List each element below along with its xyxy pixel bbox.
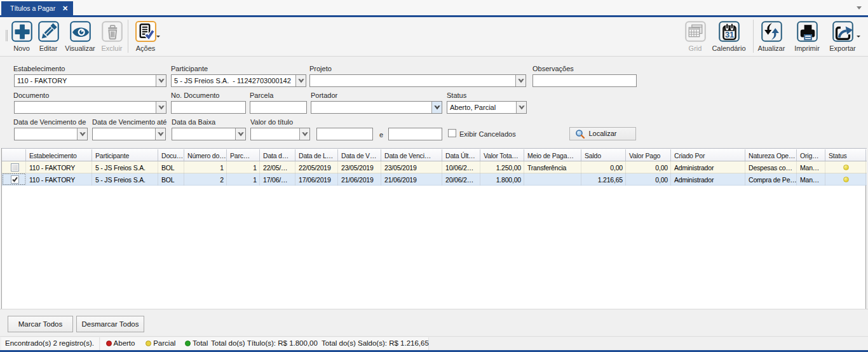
svg-text:31: 31 [724, 30, 733, 39]
